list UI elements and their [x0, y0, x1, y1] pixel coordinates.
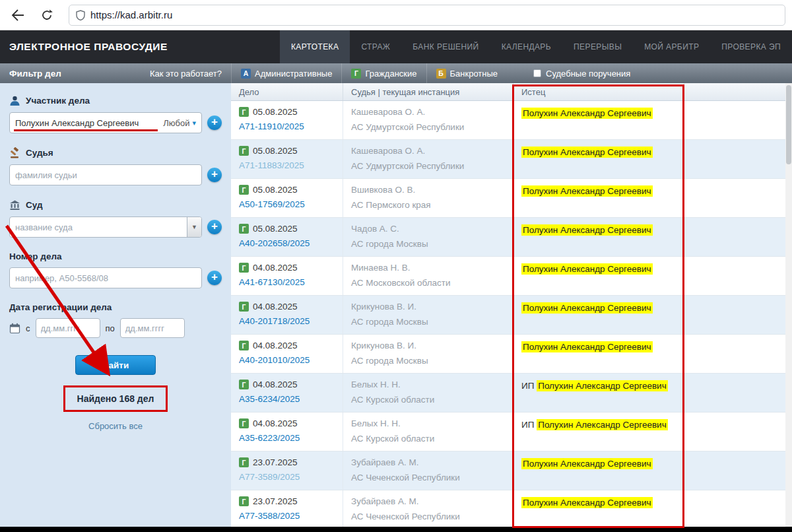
tab-administrative-cases[interactable]: А Административные: [231, 63, 341, 83]
case-number-input[interactable]: [9, 267, 202, 288]
add-court-button[interactable]: +: [207, 220, 222, 234]
court-name: АС Курской области: [351, 434, 506, 444]
judge-cell: Белых Н. Н. АС Курской области: [343, 374, 513, 412]
plaintiff-cell: Полухин Александр Сергеевич: [513, 296, 684, 334]
case-number-link[interactable]: А50-17569/2025: [239, 199, 305, 209]
case-number-link[interactable]: А35-6234/2025: [239, 394, 300, 404]
refresh-button[interactable]: [36, 4, 58, 26]
search-button[interactable]: Найти: [75, 355, 156, 375]
plaintiff-name-highlighted: Полухин Александр Сергеевич: [537, 380, 668, 391]
judge-name: Минаева Н. В.: [351, 263, 506, 273]
case-number-link[interactable]: А71-11883/2025: [239, 160, 304, 170]
respondent-cell: [684, 296, 785, 334]
judge-name: Зубайраев А. М.: [351, 496, 506, 506]
date-from-input[interactable]: [36, 318, 100, 338]
civil-case-icon: Г: [239, 457, 249, 467]
case-cell: Г 04.08.2025 А41-67130/2025: [231, 257, 343, 295]
respondent-cell: [684, 413, 785, 451]
case-cell: Г 23.07.2025 А77-3589/2025: [231, 451, 343, 490]
nav-item-kartoteka[interactable]: КАРТОТЕКА: [280, 30, 350, 63]
add-participant-button[interactable]: +: [207, 116, 222, 130]
plaintiff-name-highlighted: Полухин Александр Сергеевич: [521, 302, 653, 314]
court-orders-checkbox[interactable]: Судебные поручения: [533, 69, 630, 79]
table-row: Г 04.08.2025 А40-201718/2025 Крикунова В…: [231, 296, 785, 335]
respondent-cell: [684, 140, 785, 178]
table-row: Г 04.08.2025 А35-6234/2025 Белых Н. Н. А…: [231, 374, 785, 413]
date-to-input[interactable]: [120, 318, 185, 338]
court-select[interactable]: название суда ▼: [9, 216, 202, 238]
court-dropdown-button[interactable]: ▼: [187, 217, 201, 237]
plaintiff-cell: Полухин Александр Сергеевич: [513, 101, 684, 139]
court-name: АС Чеченской Республики: [351, 512, 506, 521]
case-number-link[interactable]: А71-11910/2025: [239, 121, 304, 131]
civil-case-icon: Г: [239, 302, 249, 312]
administrative-badge-icon: А: [241, 69, 251, 79]
plaintiff-name-highlighted: Полухин Александр Сергеевич: [521, 458, 653, 469]
case-number-link[interactable]: А35-6223/2025: [239, 433, 300, 443]
case-date: 04.08.2025: [253, 302, 298, 312]
case-date: 23.07.2025: [253, 457, 298, 467]
plaintiff-cell: Полухин Александр Сергеевич: [513, 218, 684, 256]
participant-section-label: Участник дела: [9, 95, 222, 106]
calendar-icon: [9, 323, 20, 334]
civil-case-icon: Г: [239, 418, 249, 428]
table-row: Г 23.07.2025 А77-3588/2025 Зубайраев А. …: [231, 490, 785, 527]
add-case-number-button[interactable]: +: [207, 271, 222, 285]
judge-cell: Крикунова В. И. АС города Москвы: [343, 296, 513, 334]
court-name: АС Курской области: [351, 395, 506, 405]
participant-input[interactable]: Полухин Александр Сергеевич Любой▾: [9, 112, 202, 133]
case-number-link[interactable]: А40-202658/2025: [239, 238, 310, 248]
header-respondent: [684, 83, 785, 100]
participant-role-dropdown[interactable]: Любой▾: [158, 118, 201, 128]
case-number-link[interactable]: А77-3588/2025: [239, 511, 300, 521]
case-table-body: Г 05.08.2025 А71-11910/2025 Кашеварова О…: [231, 101, 785, 527]
court-name: АС Пермского края: [351, 200, 506, 210]
tab-bankruptcy-cases[interactable]: Б Банкротные: [426, 63, 508, 83]
site-logo[interactable]: ЭЛЕКТРОННОЕ ПРАВОСУДИЕ: [9, 41, 168, 53]
civil-case-icon: Г: [239, 496, 249, 506]
judge-name: Чадов А. С.: [351, 224, 506, 234]
civil-case-icon: Г: [239, 263, 249, 273]
scrollbar-thumb[interactable]: [786, 85, 791, 164]
judge-name: Зубайраев А. М.: [351, 457, 506, 467]
case-type-tabs: А Административные Г Гражданские Б Банкр…: [231, 63, 630, 83]
site-security-icon: [76, 10, 85, 20]
reset-all-link[interactable]: Сбросить все: [9, 421, 222, 431]
case-number-link[interactable]: А77-3589/2025: [239, 472, 300, 482]
nav-item-proverka-ep[interactable]: ПРОВЕРКА ЭП: [710, 30, 792, 63]
bankruptcy-badge-icon: Б: [436, 69, 446, 79]
case-date: 05.08.2025: [253, 185, 298, 195]
judge-cell: Минаева Н. В. АС Московской области: [343, 257, 513, 295]
chevron-down-icon: ▾: [192, 119, 196, 127]
judge-name: Вшивкова О. В.: [351, 185, 506, 195]
address-bar[interactable]: https://kad.arbitr.ru: [69, 5, 785, 26]
judge-input[interactable]: [9, 164, 202, 185]
case-number-link[interactable]: А40-201718/2025: [239, 316, 310, 326]
nav-item-pereryvy[interactable]: ПЕРЕРЫВЫ: [562, 30, 633, 63]
how-it-works-link[interactable]: Как это работает?: [150, 69, 222, 79]
civil-case-icon: Г: [239, 341, 249, 350]
civil-case-icon: Г: [239, 107, 249, 117]
case-cell: Г 05.08.2025 А40-202658/2025: [231, 218, 343, 256]
case-number-link[interactable]: А41-67130/2025: [239, 277, 305, 287]
nav-item-strazh[interactable]: СТРАЖ: [350, 30, 401, 63]
nav-item-bank-resheniy[interactable]: БАНК РЕШЕНИЙ: [401, 30, 490, 63]
main-nav: КАРТОТЕКА СТРАЖ БАНК РЕШЕНИЙ КАЛЕНДАРЬ П…: [280, 30, 792, 63]
table-row: Г 05.08.2025 А71-11883/2025 Кашеварова О…: [231, 140, 785, 179]
court-name: АС города Москвы: [351, 356, 506, 366]
civil-case-icon: Г: [239, 185, 249, 195]
back-button[interactable]: [7, 4, 29, 26]
case-number-link[interactable]: А40-201010/2025: [239, 355, 310, 365]
date-to-label: по: [106, 323, 115, 333]
judge-name: Кашеварова О. А.: [351, 146, 506, 156]
participant-value: Полухин Александр Сергеевич: [10, 118, 158, 128]
checkbox-icon[interactable]: [533, 69, 541, 77]
add-judge-button[interactable]: +: [207, 168, 222, 182]
plaintiff-name-highlighted: Полухин Александр Сергеевич: [521, 147, 653, 158]
court-section-label: Суд: [9, 199, 222, 211]
tab-civil-cases[interactable]: Г Гражданские: [341, 63, 426, 83]
filter-panel-title: Фильтр дел: [9, 69, 61, 79]
vertical-scrollbar[interactable]: [785, 83, 792, 527]
nav-item-kalendar[interactable]: КАЛЕНДАРЬ: [490, 30, 562, 63]
nav-item-moy-arbitr[interactable]: МОЙ АРБИТР: [633, 30, 710, 63]
